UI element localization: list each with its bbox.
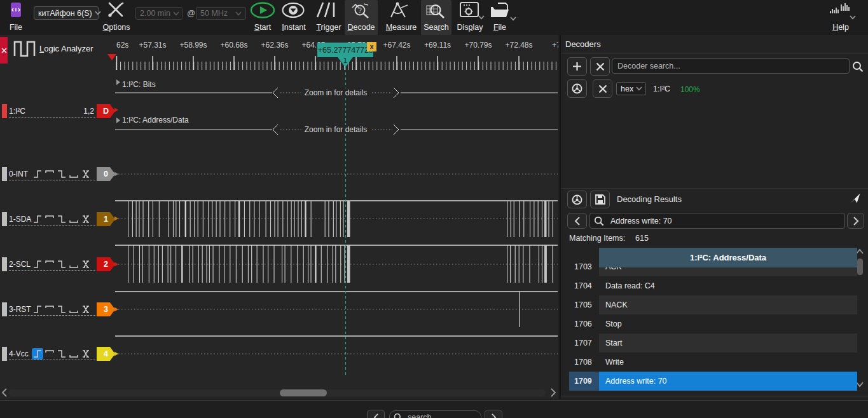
channel-flag[interactable]: 4 [97,347,115,361]
chevron-down-icon[interactable] [850,15,856,20]
trigger-falling-icon[interactable] [57,349,66,358]
result-row[interactable]: 1705NACK [569,295,857,314]
channel-row-1-sda[interactable]: 1-SDA1 [0,212,114,228]
trigger-rising-icon[interactable] [33,215,42,224]
file-open-icon[interactable] [490,2,510,18]
trigger-low-icon[interactable] [69,260,78,269]
channel-flag[interactable]: 0 [97,167,115,181]
trigger-either-edge-icon[interactable] [81,215,90,224]
bottom-prev-button[interactable] [367,410,385,418]
trigger-high-icon[interactable] [45,215,54,224]
help-menu-label[interactable]: Help [830,23,851,32]
device-select[interactable]: китАйфон 6(S) [34,6,99,20]
measure-icon[interactable] [387,1,411,18]
search-icon[interactable] [852,61,864,72]
cursor-time-flag[interactable]: +65.27774772s [317,43,373,57]
decode-button-label[interactable]: Decode [347,23,376,32]
trigger-icon[interactable] [314,1,338,18]
channel-row-4-vcc[interactable]: 4-Vcc4 [0,346,114,363]
goto-result-icon[interactable] [846,189,864,207]
trigger-rising-icon[interactable] [33,260,42,269]
trigger-low-icon[interactable] [69,170,78,179]
channel-row-1-i-c[interactable]: 1:I²C1,2D [0,104,114,120]
results-scrollbar-thumb[interactable] [857,259,863,275]
trigger-either-edge-icon[interactable] [81,260,90,269]
chevron-down-icon[interactable] [510,17,516,21]
prev-result-button[interactable] [567,213,587,229]
search-button-label[interactable]: Search [422,23,451,32]
decoder-entry-name[interactable]: 1:I²C [653,84,670,93]
result-row[interactable]: 1708Write [569,353,857,372]
trigger-falling-icon[interactable] [57,215,66,224]
file-icon[interactable] [11,3,21,17]
start-button-label[interactable]: Start [251,23,274,32]
channel-row-0-int[interactable]: 0-INT0 [0,166,114,183]
results-search-input[interactable] [609,216,841,226]
search-icon[interactable] [425,2,446,18]
waveform-area[interactable]: 62s+57.31s+58.99s+60.68s+62.36s+64.05s+6… [114,35,558,399]
decoder-options-icon[interactable] [567,79,587,98]
scroll-left-icon[interactable] [1,388,8,397]
decoder-search-input[interactable] [616,61,845,71]
cursor-close-icon[interactable]: x [367,42,376,51]
result-row[interactable]: 1704Data read: C4 [569,276,857,295]
trigger-button-label[interactable]: Trigger [314,23,343,32]
trigger-either-edge-icon[interactable] [81,349,90,358]
channel-flag[interactable]: 3 [97,302,115,316]
trigger-high-icon[interactable] [45,260,54,269]
result-row[interactable]: 1706Stop [569,314,857,334]
result-row[interactable]: 1707Start [569,334,857,353]
channel-flag[interactable]: D [97,104,115,118]
trigger-high-icon[interactable] [45,349,54,358]
format-select[interactable]: hex [616,82,646,95]
expand-arrow-icon[interactable] [116,118,120,123]
channel-flag[interactable]: 2 [97,257,115,271]
options-label[interactable]: Options [102,23,131,32]
hscroll-thumb[interactable] [280,389,327,396]
channel-row-3-rst[interactable]: 3-RST3 [0,302,114,318]
channel-flag[interactable]: 1 [97,212,115,226]
decode-icon[interactable]: ? [350,2,372,18]
trigger-falling-icon[interactable] [57,260,66,269]
display-button-label[interactable]: Display [455,23,485,32]
trigger-position-marker[interactable] [107,54,116,60]
trigger-either-edge-icon[interactable] [81,170,90,179]
trigger-low-icon[interactable] [69,305,78,314]
help-icon[interactable] [829,2,851,16]
decoder-row-label-addr[interactable]: 1:I²C: Address/Data [122,116,189,125]
results-options-icon[interactable] [567,191,587,208]
instant-button-label[interactable]: Instant [280,23,308,32]
channel-row-2-scl[interactable]: 2-SCL2 [0,257,114,273]
trigger-rising-icon[interactable] [32,348,43,360]
decoder-row-label-bits[interactable]: 1:I²C: Bits [122,80,156,89]
save-results-icon[interactable] [590,191,610,208]
trigger-high-icon[interactable] [45,305,54,314]
remove-decoder-button[interactable] [593,79,612,98]
display-icon[interactable] [459,1,481,19]
bottom-search-box[interactable] [389,410,481,418]
result-row[interactable]: 1709Address write: 70 [569,372,857,391]
trigger-rising-icon[interactable] [33,305,42,314]
trigger-falling-icon[interactable] [57,170,66,179]
trigger-falling-icon[interactable] [57,305,66,314]
waveform-hscrollbar[interactable] [0,386,558,399]
next-result-button[interactable] [847,213,864,229]
expand-arrow-icon[interactable] [116,79,120,85]
file-menu-label[interactable]: File [5,23,27,32]
bottom-next-button[interactable] [485,410,502,418]
file-toolbar-label[interactable]: File [491,23,509,32]
trigger-low-icon[interactable] [69,349,78,358]
chevron-down-icon[interactable] [478,15,485,20]
trigger-either-edge-icon[interactable] [81,305,90,314]
start-icon[interactable] [250,2,275,18]
trigger-low-icon[interactable] [69,215,78,224]
scroll-right-icon[interactable] [549,388,557,397]
bottom-search-input[interactable] [406,412,477,418]
measure-button-label[interactable]: Measure [385,23,417,32]
results-search-box[interactable] [589,213,845,229]
remove-all-decoders-button[interactable] [590,57,610,76]
decoder-search-box[interactable] [612,58,850,74]
close-device-icon[interactable] [0,37,8,64]
trigger-rising-icon[interactable] [33,170,42,179]
hscroll-track[interactable] [9,389,546,396]
